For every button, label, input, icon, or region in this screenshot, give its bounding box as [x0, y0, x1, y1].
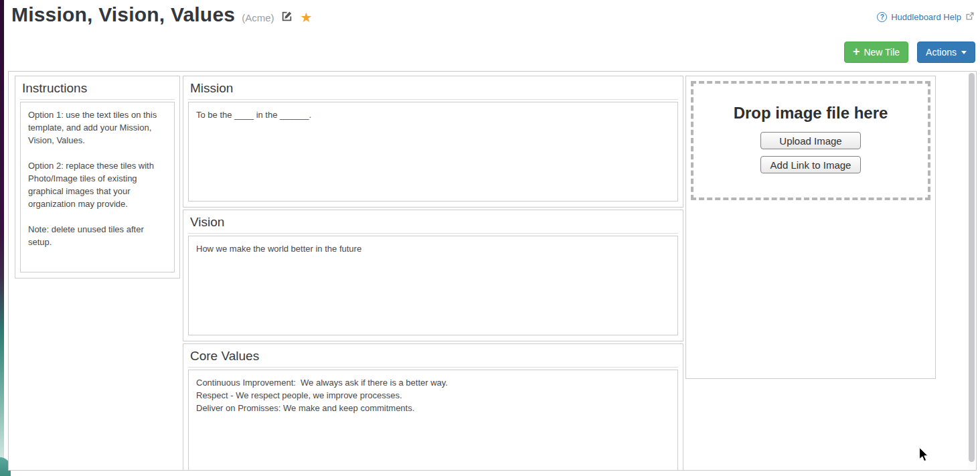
board-panel: Instructions Option 1: use the text tile…: [8, 71, 977, 471]
core-value-line: Deliver on Promisses: We make and keep c…: [196, 402, 670, 414]
chevron-down-icon: [961, 51, 967, 54]
instructions-paragraph: Option 2: replace these tiles with Photo…: [28, 159, 167, 210]
huddleboard-page: Mission, Vision, Values (Acme) ★ ? Huddl…: [0, 0, 980, 476]
page-title: Mission, Vision, Values: [11, 3, 235, 26]
add-link-to-image-button[interactable]: Add Link to Image: [760, 156, 861, 173]
actions-button[interactable]: Actions: [917, 42, 975, 63]
favorite-star-icon[interactable]: ★: [301, 11, 313, 24]
core-value-line: Continuous Improvement: We always ask if…: [196, 376, 670, 389]
plus-icon: +: [853, 45, 860, 59]
new-tile-button-label: New Tile: [864, 47, 900, 58]
tile-vision-body[interactable]: How we make the world better in the futu…: [188, 236, 678, 335]
new-tile-button[interactable]: + New Tile: [844, 42, 908, 63]
background-gradient-strip: [0, 0, 4, 476]
tile-vision-title: Vision: [188, 210, 678, 234]
actions-button-label: Actions: [926, 47, 957, 58]
instructions-paragraph: Note: delete unused tiles after setup.: [28, 223, 167, 248]
vertical-scrollbar[interactable]: [968, 72, 975, 470]
tile-vision[interactable]: Vision How we make the world better in t…: [183, 210, 683, 341]
edit-title-icon[interactable]: [281, 11, 293, 25]
tile-image[interactable]: Drop image file here Upload Image Add Li…: [685, 76, 936, 379]
tile-core-values-body[interactable]: Continuous Improvement: We always ask if…: [188, 370, 678, 471]
tile-instructions-body[interactable]: Option 1: use the text tiles on this tem…: [20, 102, 175, 272]
external-link-icon: [965, 11, 975, 23]
instructions-paragraph: Option 1: use the text tiles on this tem…: [28, 108, 167, 147]
tile-instructions[interactable]: Instructions Option 1: use the text tile…: [15, 76, 180, 279]
board-owner-label: (Acme): [242, 12, 274, 23]
huddleboard-help-link[interactable]: Huddleboard Help: [891, 12, 961, 22]
tile-mission-title: Mission: [188, 76, 678, 100]
toolbar: + New Tile Actions: [844, 42, 975, 63]
image-dropzone[interactable]: Drop image file here Upload Image Add Li…: [691, 81, 930, 200]
titlebar: Mission, Vision, Values (Acme) ★: [11, 3, 312, 26]
upload-image-button[interactable]: Upload Image: [760, 132, 861, 149]
tile-mission[interactable]: Mission To be the ____ in the ______.: [183, 76, 683, 208]
tile-core-values[interactable]: Core Values Continuous Improvement: We a…: [183, 343, 683, 471]
scrollbar-thumb[interactable]: [969, 73, 975, 462]
tile-mission-body[interactable]: To be the ____ in the ______.: [188, 102, 678, 202]
help-area: ? Huddleboard Help: [877, 11, 975, 23]
tile-instructions-title: Instructions: [20, 76, 175, 100]
help-question-icon: ?: [877, 12, 887, 22]
dropzone-heading: Drop image file here: [693, 104, 928, 123]
tile-core-values-title: Core Values: [188, 344, 678, 368]
core-value-line: Respect - We respect people, we improve …: [196, 389, 670, 402]
